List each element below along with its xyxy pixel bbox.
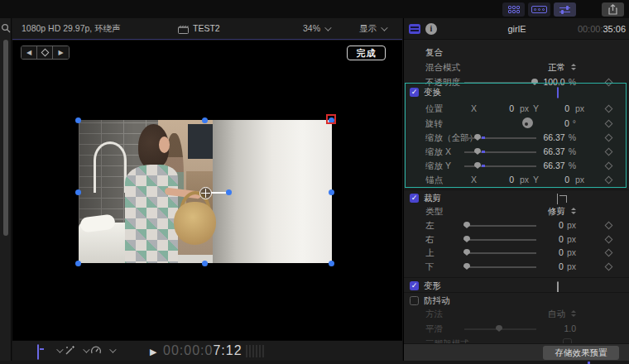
row-label: 上 (425, 247, 435, 259)
row-label: 类型 (425, 206, 443, 218)
basket (174, 202, 216, 245)
crop-type-popup[interactable]: 修剪 (548, 206, 576, 218)
crop-icon (557, 194, 558, 204)
value-field: 1.0 (564, 323, 576, 333)
inspector-toggle-button[interactable] (554, 2, 576, 17)
x-value-field[interactable]: 0 (509, 175, 514, 184)
handle-top-left[interactable] (75, 117, 81, 123)
keyframe-button[interactable] (605, 104, 613, 113)
crop-top-slider[interactable] (464, 252, 536, 254)
chevron-down-icon[interactable] (83, 346, 89, 352)
inspector-header: i girlE 00:00:35:06 (404, 18, 629, 40)
slider-thumb[interactable] (463, 236, 470, 242)
crop-tool-dropdown[interactable] (37, 345, 39, 360)
blend-mode-popup[interactable]: 正常 (548, 62, 576, 74)
value-field[interactable]: 66.37 (543, 146, 564, 156)
transform-checkbox[interactable]: ✓ (410, 88, 419, 97)
slider-thumb[interactable] (474, 162, 481, 169)
viewer-transport-bar: ▶ 00:00:07:12 (12, 340, 402, 361)
y-value-field[interactable]: 0 (564, 103, 569, 113)
keyframe-button[interactable] (605, 248, 613, 256)
keyframe-button[interactable] (605, 119, 613, 127)
crop-right-slider[interactable] (464, 239, 536, 241)
y-value-field[interactable]: 0 (564, 175, 569, 184)
keyframe-button[interactable] (605, 161, 613, 170)
done-button[interactable]: 完成 (347, 46, 386, 60)
enhancements-dropdown[interactable] (65, 345, 75, 356)
scale-x-slider[interactable] (464, 151, 536, 153)
viewer-canvas[interactable]: ◀ ▶ 完成 (12, 41, 402, 340)
x-value-field[interactable]: 0 (509, 103, 514, 113)
value-field[interactable]: 0 (559, 220, 564, 230)
sliders-icon (559, 6, 570, 14)
chevron-down-icon (324, 24, 331, 31)
keyframe-button[interactable] (605, 235, 613, 243)
share-button[interactable] (602, 2, 624, 17)
scrollbar[interactable] (3, 40, 8, 236)
x-label: X (471, 175, 477, 184)
prev-keyframe-button[interactable]: ◀ (22, 46, 37, 59)
stepper-icon (571, 64, 576, 74)
slider-thumb[interactable] (474, 148, 481, 155)
crop-mode-button[interactable] (557, 194, 558, 204)
crop-bottom-slider[interactable] (464, 266, 536, 268)
search-icon[interactable] (1, 23, 11, 33)
keyframe-button[interactable] (605, 133, 613, 141)
circles-icon (531, 6, 548, 13)
play-button[interactable]: ▶ (150, 347, 156, 357)
slider-thumb[interactable] (463, 222, 470, 228)
section-crop: ✓ 裁剪 (404, 189, 629, 204)
keyframe-button[interactable] (605, 175, 613, 184)
timecode-dim: 00:00: (578, 24, 603, 34)
unit-label: px (567, 247, 576, 257)
keyframe-button[interactable] (605, 221, 613, 229)
unit-label: % (569, 146, 576, 156)
handle-mid-left[interactable] (75, 189, 81, 195)
value-field[interactable]: 0 (559, 261, 564, 271)
keyframe-button[interactable] (605, 262, 613, 271)
row-position: 位置 X 0 px Y 0 px (404, 102, 629, 116)
row-stab-smoothing: 平滑 1.0 (404, 322, 629, 336)
row-label: 缩放 Y (425, 160, 451, 172)
chevron-down-icon[interactable] (109, 346, 116, 352)
row-label: 右 (425, 234, 435, 246)
distort-mode-button[interactable] (557, 282, 559, 292)
handle-bottom-center[interactable] (202, 261, 208, 266)
timeline-index-button[interactable] (528, 2, 550, 17)
scale-y-slider[interactable] (464, 165, 536, 167)
value-field[interactable]: 0 (564, 118, 569, 128)
row-label: 混合模式 (425, 62, 460, 74)
add-keyframe-button[interactable] (37, 46, 53, 59)
scale-all-slider[interactable] (464, 137, 536, 139)
anchor-point-target[interactable] (199, 187, 212, 199)
slider-tick (482, 165, 485, 167)
next-keyframe-button[interactable]: ▶ (53, 46, 69, 59)
section-transform: ✓ 变换 (404, 85, 629, 99)
handle-bottom-right[interactable] (329, 261, 334, 266)
crop-checkbox[interactable]: ✓ (410, 194, 419, 203)
display-dropdown[interactable]: 显示 (359, 23, 386, 35)
browser-button[interactable] (502, 2, 525, 17)
slider-thumb[interactable] (463, 249, 470, 256)
rotation-dial[interactable] (522, 117, 533, 128)
popup-value: 自动 (548, 309, 565, 320)
zoom-level-dropdown[interactable]: 34% (303, 23, 329, 33)
save-effects-preset-button[interactable]: 存储效果预置 (543, 346, 619, 360)
handle-bottom-left[interactable] (75, 261, 81, 266)
value-field[interactable]: 0 (559, 247, 564, 257)
value-field[interactable]: 66.37 (543, 160, 564, 170)
handle-mid-right[interactable] (329, 189, 334, 195)
transform-mode-button[interactable] (557, 88, 559, 98)
retime-dropdown[interactable] (90, 345, 102, 356)
value-field[interactable]: 0 (559, 234, 564, 244)
crop-left-slider[interactable] (464, 225, 536, 227)
audio-meters[interactable] (246, 345, 264, 357)
chevron-down-icon[interactable] (56, 346, 63, 352)
rotation-handle[interactable] (226, 189, 232, 195)
handle-top-center[interactable] (202, 117, 208, 123)
stabilization-checkbox[interactable] (410, 296, 419, 305)
slider-thumb[interactable] (463, 263, 470, 270)
value-field[interactable]: 66.37 (543, 132, 564, 142)
distort-checkbox[interactable]: ✓ (410, 281, 419, 290)
keyframe-button[interactable] (605, 147, 613, 156)
